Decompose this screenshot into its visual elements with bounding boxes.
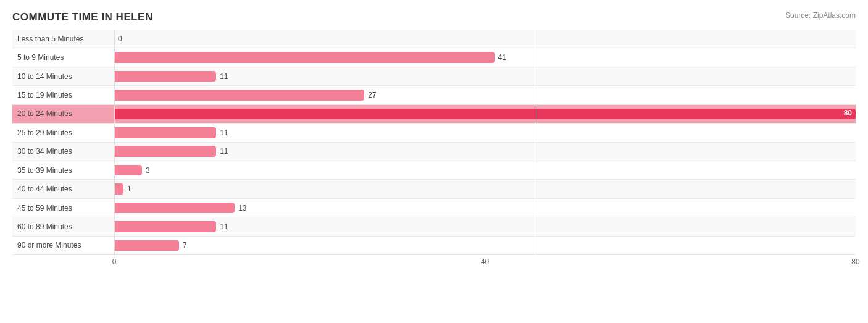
x-tick: 40 bbox=[481, 258, 489, 266]
bar-fill bbox=[114, 146, 216, 157]
bar-value: 11 bbox=[220, 72, 228, 81]
x-tick: 80 bbox=[851, 258, 859, 266]
grid-line bbox=[114, 30, 115, 255]
bar-row: 40 to 44 Minutes1 bbox=[12, 180, 856, 198]
bar-row: 25 to 29 Minutes11 bbox=[12, 124, 856, 142]
bar-label: 20 to 24 Minutes bbox=[12, 109, 114, 118]
bar-label: 45 to 59 Minutes bbox=[12, 204, 114, 212]
bar-fill: 80 bbox=[114, 109, 856, 120]
bar-fill bbox=[114, 71, 216, 82]
bar-track: 7 bbox=[114, 240, 856, 251]
bar-row: 15 to 19 Minutes27 bbox=[12, 86, 856, 104]
bar-fill bbox=[114, 52, 495, 63]
bar-row: 20 to 24 Minutes80 bbox=[12, 105, 856, 124]
bar-label: 90 or more Minutes bbox=[12, 241, 114, 250]
bar-track: 13 bbox=[114, 203, 856, 214]
bar-label: 60 to 89 Minutes bbox=[12, 222, 114, 231]
bar-value: 11 bbox=[220, 222, 228, 231]
grid-line bbox=[536, 30, 536, 255]
chart-container: COMMUTE TIME IN HELEN Source: ZipAtlas.c… bbox=[0, 0, 868, 323]
bar-value: 80 bbox=[844, 109, 852, 117]
bar-track: 27 bbox=[114, 90, 856, 101]
bar-fill bbox=[114, 165, 142, 176]
bar-row: 30 to 34 Minutes11 bbox=[12, 143, 856, 161]
bar-label: 25 to 29 Minutes bbox=[12, 128, 114, 137]
bar-track: 3 bbox=[114, 165, 856, 176]
bar-value: 27 bbox=[368, 91, 376, 99]
bar-row: 45 to 59 Minutes13 bbox=[12, 199, 856, 217]
bar-value: 7 bbox=[183, 241, 187, 250]
bar-fill bbox=[114, 240, 179, 251]
bar-value: 3 bbox=[146, 166, 150, 175]
bar-track: 41 bbox=[114, 52, 856, 63]
bar-fill bbox=[114, 221, 216, 232]
bar-fill bbox=[114, 183, 123, 195]
bar-track: 11 bbox=[114, 221, 856, 232]
x-axis: 04080 bbox=[114, 255, 856, 274]
chart-source: Source: ZipAtlas.com bbox=[785, 11, 856, 20]
bar-track: 11 bbox=[114, 71, 856, 82]
x-tick: 0 bbox=[112, 258, 117, 266]
bar-row: 35 to 39 Minutes3 bbox=[12, 161, 856, 180]
bar-label: 30 to 34 Minutes bbox=[12, 147, 114, 156]
bar-row: 10 to 14 Minutes11 bbox=[12, 67, 856, 86]
bar-label: 5 to 9 Minutes bbox=[12, 53, 114, 62]
bar-label: 15 to 19 Minutes bbox=[12, 91, 114, 99]
bar-value: 1 bbox=[127, 185, 131, 193]
bar-track: 11 bbox=[114, 127, 856, 138]
bar-label: 35 to 39 Minutes bbox=[12, 166, 114, 175]
bar-row: 90 or more Minutes7 bbox=[12, 237, 856, 255]
bar-track: 80 bbox=[114, 109, 856, 120]
chart-header: COMMUTE TIME IN HELEN Source: ZipAtlas.c… bbox=[12, 11, 856, 23]
bar-row: 60 to 89 Minutes11 bbox=[12, 217, 856, 236]
bar-label: 10 to 14 Minutes bbox=[12, 72, 114, 81]
bar-row: 5 to 9 Minutes41 bbox=[12, 48, 856, 67]
chart-body: Less than 5 Minutes05 to 9 Minutes4110 t… bbox=[12, 30, 856, 274]
bar-row: Less than 5 Minutes0 bbox=[12, 30, 856, 48]
chart-title: COMMUTE TIME IN HELEN bbox=[12, 11, 153, 23]
bar-value: 0 bbox=[118, 35, 122, 43]
bar-value: 11 bbox=[220, 128, 228, 137]
bars-area: Less than 5 Minutes05 to 9 Minutes4110 t… bbox=[12, 30, 856, 255]
bar-track: 11 bbox=[114, 146, 856, 157]
bar-label: Less than 5 Minutes bbox=[12, 35, 114, 43]
bar-value: 13 bbox=[238, 204, 246, 212]
bar-fill bbox=[114, 127, 216, 138]
bar-fill bbox=[114, 90, 364, 101]
bar-value: 41 bbox=[498, 53, 506, 62]
bar-label: 40 to 44 Minutes bbox=[12, 185, 114, 193]
bar-track: 0 bbox=[114, 33, 856, 44]
bar-track: 1 bbox=[114, 183, 856, 195]
bar-fill bbox=[114, 203, 235, 214]
bar-value: 11 bbox=[220, 147, 228, 156]
